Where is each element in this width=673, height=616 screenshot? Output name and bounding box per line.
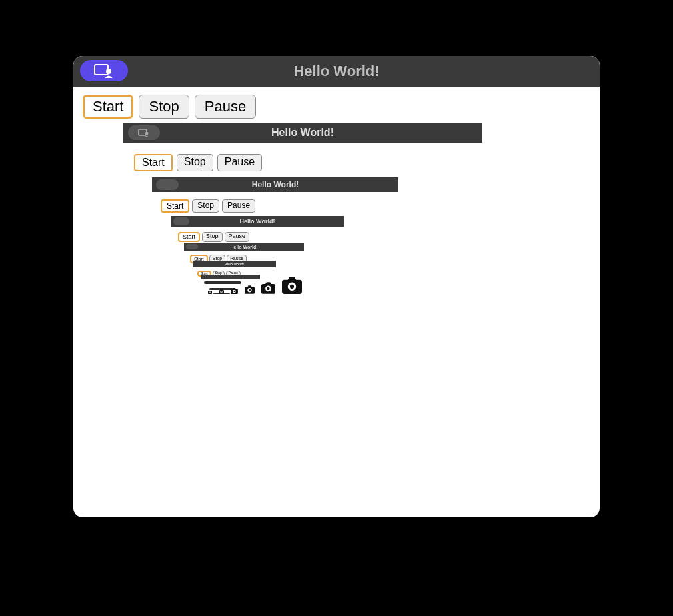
stop-button: Stop bbox=[177, 154, 213, 171]
pause-button: Pause bbox=[217, 154, 262, 171]
camera-icon-row bbox=[208, 277, 302, 294]
window-title: Hello World! bbox=[171, 218, 344, 225]
camera-icon bbox=[245, 285, 255, 294]
camera-icon bbox=[231, 288, 238, 294]
camera-icon bbox=[282, 277, 302, 294]
camera-icon bbox=[208, 291, 212, 294]
pause-button: Pause bbox=[222, 199, 255, 213]
window-title: Hello World! bbox=[73, 63, 600, 80]
start-button: Start bbox=[134, 154, 173, 171]
svg-point-1 bbox=[106, 69, 111, 74]
camera-icon bbox=[261, 282, 275, 294]
svg-rect-0 bbox=[95, 65, 108, 75]
share-screen-person-icon bbox=[156, 179, 179, 190]
share-screen-person-icon bbox=[128, 125, 160, 140]
window-content: Start Stop Pause Hello World! Start Stop… bbox=[73, 87, 600, 451]
start-button: Start bbox=[178, 232, 200, 242]
pause-button: Pause bbox=[225, 232, 250, 242]
stop-button: Stop bbox=[202, 232, 223, 242]
app-window: Hello World! Start Stop Pause Hello Worl… bbox=[73, 56, 600, 517]
share-screen-person-icon bbox=[94, 63, 114, 78]
recursive-preview-level-1: Hello World! Start Stop Pause bbox=[123, 123, 482, 171]
recursive-preview-level-2: Hello World! Start Stop Pause bbox=[152, 177, 398, 213]
titlebar: Hello World! bbox=[73, 56, 600, 87]
recursive-preview-level-3: Hello World! Start Stop Pause bbox=[171, 216, 344, 242]
share-screen-person-icon bbox=[186, 244, 198, 249]
window-title: Hello World! bbox=[152, 180, 398, 189]
toolbar: Start Stop Pause bbox=[83, 95, 590, 119]
pause-button[interactable]: Pause bbox=[195, 95, 256, 119]
start-button: Start bbox=[161, 199, 189, 213]
screenshot-preview: Hello World! Start Stop Pause Hello Worl… bbox=[123, 123, 482, 443]
window-title: Hello World! bbox=[184, 245, 304, 249]
share-screen-person-icon bbox=[173, 217, 189, 225]
svg-rect-2 bbox=[139, 129, 147, 135]
camera-icon bbox=[219, 289, 224, 294]
window-title: Hello World! bbox=[193, 262, 276, 266]
window-title: Hello World! bbox=[123, 127, 482, 139]
share-screen-button[interactable] bbox=[80, 60, 128, 81]
stop-button: Stop bbox=[192, 199, 219, 213]
start-button[interactable]: Start bbox=[83, 95, 133, 119]
stop-button[interactable]: Stop bbox=[139, 95, 189, 119]
svg-point-3 bbox=[145, 131, 149, 135]
